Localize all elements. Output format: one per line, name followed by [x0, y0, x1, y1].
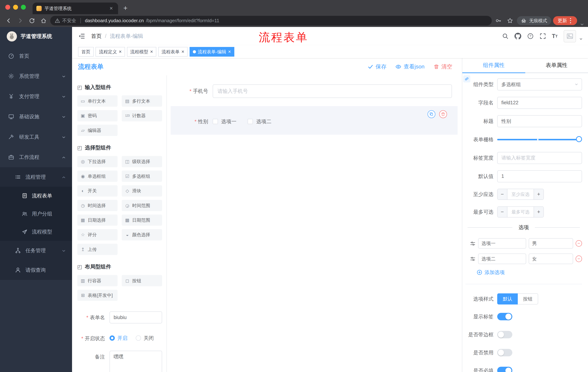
- tag-process-definition[interactable]: 流程定义×: [95, 47, 125, 57]
- close-icon[interactable]: ×: [119, 49, 122, 54]
- palette-item-counter[interactable]: 123计数器: [122, 110, 162, 121]
- option-1-label-input[interactable]: [478, 238, 526, 249]
- show-label-switch[interactable]: [497, 313, 512, 320]
- max-select-stepper[interactable]: − 最多可选 +: [497, 206, 544, 218]
- status-off-radio[interactable]: 关闭: [136, 335, 154, 341]
- browser-tab[interactable]: 芋道管理系统 ×: [32, 2, 118, 14]
- tab-close-icon[interactable]: ×: [108, 5, 115, 12]
- fullscreen-icon[interactable]: [540, 33, 546, 39]
- forward-icon[interactable]: [15, 16, 25, 26]
- minus-icon[interactable]: −: [498, 189, 507, 200]
- canvas-field-phone[interactable]: 手机号: [171, 81, 458, 102]
- drag-handle-icon[interactable]: [470, 240, 476, 246]
- sidebar-item-payment[interactable]: 支付管理: [0, 86, 72, 106]
- help-icon[interactable]: ?: [527, 33, 534, 39]
- key-icon[interactable]: [494, 16, 504, 26]
- avatar[interactable]: [564, 30, 576, 43]
- palette-item-radio-group[interactable]: ◉单选框组: [77, 170, 118, 182]
- label-width-input[interactable]: [497, 152, 582, 164]
- palette-item-password[interactable]: ▣密码: [77, 110, 118, 121]
- copy-field-button[interactable]: [428, 110, 435, 118]
- phone-input[interactable]: [213, 85, 452, 98]
- palette-item-single-text[interactable]: ▭单行文本: [77, 95, 118, 107]
- palette-item-date-range[interactable]: ▩日期范围: [122, 214, 162, 226]
- grid-slider[interactable]: [497, 134, 582, 146]
- default-value-input[interactable]: [497, 170, 582, 182]
- gender-option-1-checkbox[interactable]: 选项一: [213, 118, 237, 125]
- breadcrumb-home[interactable]: 首页: [91, 32, 102, 40]
- update-button[interactable]: 更新: [553, 16, 577, 25]
- sidebar-item-process-mgmt[interactable]: 流程管理: [0, 167, 72, 187]
- save-button[interactable]: 保存: [368, 63, 386, 70]
- component-type-select[interactable]: 多选框组: [497, 78, 582, 90]
- title-input[interactable]: [497, 115, 582, 127]
- address-bar[interactable]: 不安全 dashboard.yudao.iocoder.cn/bpm/manag…: [50, 16, 492, 26]
- palette-item-date-picker[interactable]: ▦日期选择: [77, 214, 118, 226]
- tab-form-props[interactable]: 表单属性: [525, 58, 588, 72]
- close-window-button[interactable]: [5, 5, 10, 10]
- tag-process-form[interactable]: 流程表单×: [158, 47, 188, 57]
- tag-process-form-edit[interactable]: 流程表单-编辑×: [189, 47, 234, 57]
- option-2-label-input[interactable]: [478, 254, 526, 264]
- sidebar-fold-icon[interactable]: [78, 32, 85, 40]
- status-on-radio[interactable]: 开启: [110, 335, 127, 341]
- gender-option-2-checkbox[interactable]: 选项二: [248, 118, 272, 125]
- remove-option-icon[interactable]: −: [576, 240, 582, 247]
- palette-item-multi-text[interactable]: ▤多行文本: [122, 95, 162, 107]
- sidebar-item-home[interactable]: 首页: [0, 46, 72, 66]
- chevron-down-icon[interactable]: [580, 21, 584, 27]
- sidebar-item-user-group[interactable]: 用户分组: [0, 205, 72, 223]
- sidebar-item-task-mgmt[interactable]: 任务管理: [0, 241, 72, 260]
- maximize-window-button[interactable]: [21, 5, 26, 10]
- palette-item-time-range[interactable]: ◶时间范围: [122, 200, 162, 211]
- window-controls[interactable]: [5, 5, 26, 10]
- palette-item-editor[interactable]: ▱编辑器: [77, 125, 118, 136]
- back-icon[interactable]: [4, 16, 14, 26]
- palette-item-table[interactable]: ⊞表格[开发中]: [77, 290, 118, 301]
- sidebar-logo[interactable]: 芋道管理系统: [0, 27, 72, 46]
- link-icon[interactable]: [463, 75, 470, 83]
- field-name-input[interactable]: [497, 97, 582, 109]
- palette-item-rate[interactable]: ☆评分: [77, 229, 118, 240]
- search-icon[interactable]: [502, 33, 508, 39]
- palette-item-cascader[interactable]: ◫级联选择: [122, 156, 162, 167]
- add-option-button[interactable]: 添加选项: [477, 269, 582, 276]
- palette-item-button[interactable]: ◻按钮: [122, 275, 162, 286]
- required-switch[interactable]: [497, 367, 512, 372]
- palette-item-upload[interactable]: ↥上传: [77, 244, 118, 255]
- canvas-field-gender-selected[interactable]: 性别 选项一 选项二: [171, 106, 458, 135]
- plus-icon[interactable]: +: [534, 189, 543, 200]
- min-select-stepper[interactable]: − 至少应选 +: [497, 189, 544, 200]
- drag-handle-icon[interactable]: [470, 256, 476, 262]
- new-tab-button[interactable]: +: [123, 4, 127, 12]
- home-icon[interactable]: [39, 16, 48, 26]
- sidebar-item-process-form[interactable]: 流程表单: [0, 187, 72, 205]
- option-2-value-input[interactable]: [529, 254, 573, 264]
- border-switch[interactable]: [497, 331, 512, 338]
- sidebar-item-leave-query[interactable]: 请假查询: [0, 260, 72, 280]
- tag-process-model[interactable]: 流程模型×: [127, 47, 157, 57]
- plus-icon[interactable]: +: [534, 207, 543, 217]
- option-1-value-input[interactable]: [529, 238, 573, 249]
- style-button-button[interactable]: 按钮: [518, 293, 538, 305]
- minus-icon[interactable]: −: [498, 207, 507, 217]
- slider-handle[interactable]: [576, 136, 582, 142]
- clear-button[interactable]: 清空: [433, 63, 452, 70]
- avatar-caret-icon[interactable]: [579, 36, 583, 42]
- palette-item-color-picker[interactable]: ◒颜色选择: [122, 229, 162, 240]
- style-default-button[interactable]: 默认: [497, 293, 518, 305]
- palette-item-switch[interactable]: ◐开关: [77, 185, 118, 197]
- palette-item-checkbox-group[interactable]: ☑多选框组: [122, 170, 162, 182]
- remove-option-icon[interactable]: −: [576, 255, 582, 262]
- bookmark-star-icon[interactable]: [505, 16, 515, 26]
- form-remark-textarea[interactable]: 嘿嘿: [110, 351, 162, 372]
- close-icon[interactable]: ×: [228, 49, 231, 54]
- palette-item-time-picker[interactable]: ◷时间选择: [77, 200, 118, 211]
- view-json-button[interactable]: 查看json: [395, 63, 424, 70]
- disabled-switch[interactable]: [497, 349, 512, 356]
- palette-item-row-container[interactable]: ▥行容器: [77, 275, 118, 286]
- delete-field-button[interactable]: [439, 110, 447, 118]
- close-icon[interactable]: ×: [181, 49, 184, 54]
- minimize-window-button[interactable]: [13, 5, 18, 10]
- github-icon[interactable]: [514, 33, 521, 40]
